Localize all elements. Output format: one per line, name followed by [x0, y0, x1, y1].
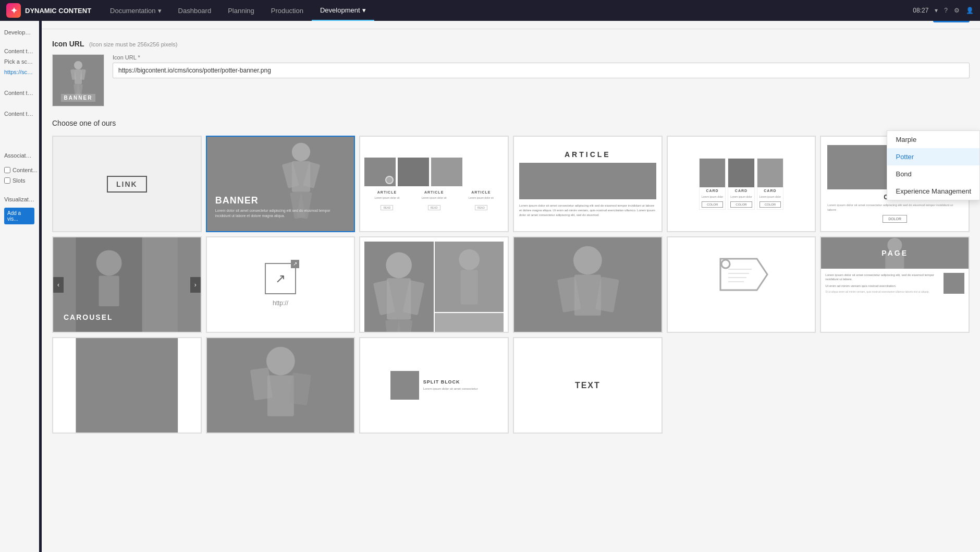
svg-rect-34: [460, 270, 477, 304]
main-container: Development Content ty... Pick a sche...…: [0, 21, 980, 552]
filter-item-marple[interactable]: Marple: [887, 131, 979, 148]
filter-item-experience-management[interactable]: Experience Management: [887, 183, 979, 200]
sale-bg: [53, 338, 201, 433]
icon-card-carousel[interactable]: ‹ › CAROUSEL: [52, 236, 202, 333]
sidebar-visualization: Visualizati...: [4, 194, 34, 205]
carousel-mockup: ‹ › CAROUSEL: [53, 237, 201, 332]
nav-time-dropdown[interactable]: ▾: [935, 7, 938, 14]
text-label: TEXT: [575, 381, 601, 390]
add-visualization-button[interactable]: Add a vis...: [4, 208, 34, 224]
icon-card-page[interactable]: PAGE Lorem ipsum dolor sit amet consecte…: [820, 236, 970, 333]
sidebar-content-type-3: Content ty...: [4, 109, 34, 119]
icon-card-image[interactable]: [513, 236, 663, 333]
image-figure: [514, 237, 662, 332]
icon-card-collage[interactable]: [359, 236, 509, 333]
carousel-text: CAROUSEL: [64, 313, 113, 321]
nav-settings-icon[interactable]: ⚙: [954, 7, 960, 14]
banner-title: BANNER: [215, 195, 346, 206]
external-arrow-icon: ↗: [275, 271, 286, 286]
icon-card-external-link[interactable]: ↗ ↗ http://: [206, 236, 356, 333]
svg-point-23: [96, 250, 122, 275]
collage-cell-3: [435, 313, 504, 332]
collage-cell-2: [435, 242, 504, 312]
filter-item-bond[interactable]: Bond: [887, 165, 979, 183]
sidebar-checkbox-slots[interactable]: [4, 177, 10, 184]
nav-time: 08:27: [913, 7, 928, 14]
split-label: SPLIT BLOCK: [423, 379, 478, 385]
svg-rect-22: [142, 237, 178, 332]
carousel-prev[interactable]: ‹: [53, 277, 64, 293]
collage-cell-1: [364, 242, 433, 332]
svg-point-51: [266, 347, 295, 376]
article-list-mockup: ARTICLE ARTICLE ARTICLE Lorem ipsum dolo…: [360, 137, 508, 231]
unknown1-img: [207, 338, 354, 433]
sidebar-checkbox-content[interactable]: [4, 167, 10, 173]
icon-card-article-list[interactable]: ARTICLE ARTICLE ARTICLE Lorem ipsum dolo…: [359, 136, 509, 232]
svg-point-41: [721, 260, 730, 268]
icon-url-heading: Icon URL (Icon size must be 256x256 pixe…: [52, 40, 970, 48]
filter-item-potter[interactable]: Potter: [887, 148, 979, 165]
svg-point-26: [386, 253, 412, 279]
nav-dashboard[interactable]: Dashboard: [170, 0, 220, 21]
nav-development-arrow: ▾: [362, 6, 366, 14]
dialog: Choose content type icon Cancel Save Ico…: [42, 0, 980, 552]
text-mockup: TEXT: [514, 338, 662, 433]
tag-icon-svg: [710, 248, 773, 321]
split-text-col: SPLIT BLOCK Lorem ipsum dolor sit amet c…: [423, 379, 478, 391]
icon-card-text[interactable]: TEXT: [513, 337, 663, 434]
icon-card-unknown1[interactable]: [206, 337, 356, 434]
collage-figure-3: [435, 313, 504, 332]
collage-figure: [364, 242, 433, 332]
nav-logo[interactable]: ✦ DYNAMIC CONTENT: [6, 3, 91, 18]
icon-url-label: Icon URL *: [113, 54, 970, 61]
icon-card-tag[interactable]: [667, 236, 816, 333]
svg-rect-24: [99, 275, 119, 306]
icon-card-sale[interactable]: SALE: [52, 337, 202, 434]
icon-grid: LINK: [52, 136, 970, 434]
icon-url-input[interactable]: [113, 63, 970, 78]
external-link-mockup: ↗ ↗ http://: [207, 237, 354, 332]
svg-rect-35: [435, 314, 504, 332]
nav-help-icon[interactable]: ?: [944, 7, 948, 14]
app-name: DYNAMIC CONTENT: [25, 7, 91, 15]
nav-user-icon[interactable]: 👤: [966, 7, 974, 14]
icon-card-card-list[interactable]: CARD Lorem ipsum dolor COLOR CARD Lorem …: [667, 136, 816, 232]
icon-card-banner[interactable]: BANNER Lorem dolor sit amet consectetur …: [206, 136, 356, 232]
page-title-text: PAGE: [881, 249, 908, 257]
choose-ours-section: Choose one of ours LINK: [52, 119, 970, 434]
icon-preview-img: BANNER: [53, 55, 104, 106]
icon-card-article[interactable]: ARTICLE Lorem ipsum dolor sit amet conse…: [513, 136, 663, 232]
article-mockup: ARTICLE Lorem ipsum dolor sit amet conse…: [514, 137, 662, 231]
split-block-mockup: SPLIT BLOCK Lorem ipsum dolor sit amet c…: [360, 338, 508, 433]
dialog-body: Icon URL (Icon size must be 256x256 pixe…: [42, 29, 980, 552]
logo-icon: ✦: [6, 3, 21, 18]
nav-right: 08:27 ▾ ? ⚙ 👤: [913, 7, 974, 14]
svg-rect-49: [76, 338, 178, 433]
sidebar-assoc: Associated r...: [4, 150, 34, 161]
top-nav: ✦ DYNAMIC CONTENT Documentation ▾ Dashbo…: [0, 0, 980, 21]
nav-development[interactable]: Development ▾: [312, 0, 374, 21]
carousel-next[interactable]: ›: [190, 277, 201, 293]
sale-mockup: SALE: [53, 338, 201, 433]
nav-documentation[interactable]: Documentation ▾: [102, 0, 169, 21]
external-box: ↗ ↗: [265, 263, 296, 294]
split-img: [390, 371, 419, 400]
url-input-group: Icon URL *: [113, 54, 970, 78]
tag-mockup: [668, 237, 815, 332]
nav-documentation-arrow: ▾: [158, 7, 162, 15]
image-mockup: [514, 237, 662, 332]
sidebar-url: https://sche...: [4, 67, 34, 77]
split-body: Lorem ipsum dolor sit amet consectetur: [423, 387, 478, 391]
icon-card-split-block[interactable]: SPLIT BLOCK Lorem ipsum dolor sit amet c…: [359, 337, 509, 434]
nav-planning[interactable]: Planning: [219, 0, 263, 21]
collage-mockup: [360, 237, 508, 332]
icon-url-row: BANNER Icon URL *: [52, 54, 970, 106]
sidebar-label-content-type: Content ty...: [4, 46, 34, 56]
nav-production[interactable]: Production: [263, 0, 312, 21]
banner-mockup: BANNER Lorem dolor sit amet consectetur …: [207, 137, 354, 231]
icon-url-section: Icon URL (Icon size must be 256x256 pixe…: [52, 40, 970, 106]
preview-banner-label: BANNER: [61, 94, 96, 102]
icon-card-link[interactable]: LINK: [52, 136, 202, 232]
svg-point-0: [74, 61, 82, 69]
link-mockup: LINK: [53, 137, 201, 231]
